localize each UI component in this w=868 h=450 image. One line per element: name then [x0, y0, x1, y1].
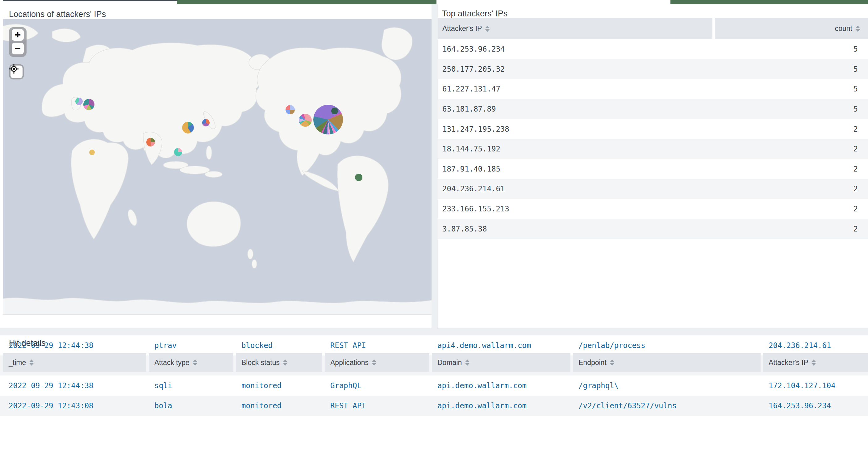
dot-brazil[interactable]	[355, 174, 362, 181]
zoom-out-button[interactable]: −	[12, 43, 24, 54]
attacker-ip-cell[interactable]: 63.181.87.89	[438, 105, 712, 113]
pie-us-south[interactable]	[299, 114, 312, 127]
table-row[interactable]: 187.91.40.1852	[438, 159, 868, 179]
zoom-in-button[interactable]: +	[12, 29, 24, 41]
green-chart-remnant-right	[671, 0, 868, 4]
column-label: Endpoint	[579, 359, 607, 367]
column-header-endpoint[interactable]: Endpoint	[573, 353, 761, 372]
scrolled-panel-remnant	[0, 0, 868, 4]
attacker-ip-cell[interactable]: 61.227.131.47	[438, 85, 712, 93]
count-cell[interactable]: 2	[712, 125, 868, 134]
top-attackers-panel: Top attackers' IPs Attacker's IP count 1…	[438, 4, 868, 328]
attacker-ip-cell[interactable]: 164.253.96.234	[438, 45, 712, 54]
table-row[interactable]: 2022-09-29 12:44:38ptravblockedREST APIa…	[0, 335, 868, 356]
table-row[interactable]: 61.227.131.475	[438, 79, 868, 99]
attacker-ip-cell[interactable]: 172.104.127.104	[763, 382, 868, 390]
sort-icon	[610, 360, 614, 366]
pie-uk[interactable]	[75, 98, 83, 105]
column-header--time[interactable]: _time	[3, 353, 146, 372]
endpoint-cell[interactable]: /penlab/process	[573, 341, 761, 350]
table-header: _timeAttack typeBlock statusApplications…	[0, 353, 868, 372]
sort-icon	[856, 26, 860, 32]
applications-cell[interactable]: REST API	[325, 401, 429, 410]
count-cell[interactable]: 5	[712, 65, 868, 74]
sort-icon	[29, 360, 34, 366]
attack-type-cell[interactable]: sqli	[149, 382, 234, 390]
table-row[interactable]: 2022-09-29 12:44:38sqlimonitoredGraphQLa…	[0, 375, 868, 396]
column-label: Domain	[437, 359, 462, 367]
count-cell[interactable]: 2	[712, 145, 868, 153]
attacker-ip-cell[interactable]: 187.91.40.185	[438, 165, 712, 173]
count-cell[interactable]: 5	[712, 85, 868, 93]
column-header-domain[interactable]: Domain	[432, 353, 570, 372]
sort-icon	[485, 26, 490, 32]
crosshair-icon	[10, 65, 23, 78]
count-cell[interactable]: 2	[712, 205, 868, 213]
attacker-ip-cell[interactable]: 204.236.214.61	[438, 185, 712, 193]
attacker-ip-cell[interactable]: 233.166.155.213	[438, 205, 712, 213]
attacker-ip-cell[interactable]: 131.247.195.238	[438, 125, 712, 134]
attacker-ip-cell[interactable]: 164.253.96.234	[763, 401, 868, 410]
domain-cell[interactable]: api4.demo.wallarm.com	[432, 341, 570, 350]
table-row[interactable]: 131.247.195.2382	[438, 119, 868, 139]
pie-us-east[interactable]	[313, 105, 343, 135]
table-row[interactable]: 250.177.205.325	[438, 59, 868, 79]
table-row[interactable]: 233.166.155.2132	[438, 199, 868, 219]
table-row[interactable]: 63.181.87.895	[438, 99, 868, 119]
count-cell[interactable]: 5	[712, 45, 868, 54]
column-header-attack-type[interactable]: Attack type	[149, 353, 234, 372]
count-cell[interactable]: 5	[712, 105, 868, 113]
count-cell[interactable]: 2	[712, 225, 868, 233]
count-cell[interactable]: 2	[712, 185, 868, 193]
table-row[interactable]: 18.144.75.1922	[438, 139, 868, 159]
block-status-cell[interactable]: monitored	[236, 382, 322, 390]
column-header-block-status[interactable]: Block status	[236, 353, 322, 372]
attacker-ip-cell[interactable]: 3.87.85.38	[438, 225, 712, 233]
column-header-applications[interactable]: Applications	[325, 353, 429, 372]
table-body: 2022-09-29 12:44:38ptravblockedREST APIa…	[0, 335, 868, 416]
green-chart-remnant-left	[177, 0, 436, 4]
pie-france[interactable]	[83, 99, 94, 110]
table-body: 164.253.96.2345250.177.205.32561.227.131…	[438, 39, 868, 239]
block-status-cell[interactable]: monitored	[236, 401, 322, 410]
column-label: count	[835, 24, 852, 33]
attack-type-cell[interactable]: bola	[149, 401, 234, 410]
dot-us-northeast[interactable]	[331, 108, 338, 114]
endpoint-cell[interactable]: /graphql\	[573, 382, 761, 390]
applications-cell[interactable]: GraphQL	[325, 382, 429, 390]
endpoint-cell[interactable]: /v2/client/63527/vulns	[573, 401, 761, 410]
column-header-count[interactable]: count	[715, 18, 868, 39]
locate-button[interactable]	[9, 64, 24, 79]
table-row[interactable]: 204.236.214.612	[438, 179, 868, 199]
table-row[interactable]: 164.253.96.2345	[438, 39, 868, 59]
column-label: Applications	[330, 359, 369, 367]
block-status-cell[interactable]: blocked	[236, 341, 322, 350]
table-header: Attacker's IP count	[438, 18, 868, 39]
time-cell[interactable]: 2022-09-29 12:44:38	[3, 382, 146, 390]
sort-icon	[283, 360, 287, 366]
map-zoom-control: + −	[9, 27, 27, 57]
time-cell[interactable]: 2022-09-29 12:43:08	[3, 401, 146, 410]
pie-west-africa[interactable]	[89, 149, 95, 155]
attacker-ip-cell[interactable]: 250.177.205.32	[438, 65, 712, 74]
pie-japan[interactable]	[202, 119, 210, 126]
attacker-ip-cell[interactable]: 18.144.75.192	[438, 145, 712, 153]
sort-icon	[465, 360, 469, 366]
domain-cell[interactable]: api.demo.wallarm.com	[432, 382, 570, 390]
column-header-attackers-ip[interactable]: Attacker's IP	[438, 18, 712, 39]
pie-china[interactable]	[182, 122, 194, 134]
pie-se-asia[interactable]	[174, 148, 182, 156]
applications-cell[interactable]: REST API	[325, 341, 429, 350]
column-header-attacker-s-ip[interactable]: Attacker's IP	[763, 353, 868, 372]
pie-india[interactable]	[146, 138, 155, 146]
panel-title: Hit details	[9, 338, 46, 348]
table-row[interactable]: 2022-09-29 12:43:08bolamonitoredREST API…	[0, 396, 868, 416]
attack-type-cell[interactable]: ptrav	[149, 341, 234, 350]
count-cell[interactable]: 2	[712, 165, 868, 173]
domain-cell[interactable]: api.demo.wallarm.com	[432, 401, 570, 410]
world-map[interactable]: + −	[3, 19, 432, 315]
attacker-ip-cell[interactable]: 204.236.214.61	[763, 341, 868, 350]
chart-axis-remnant	[3, 0, 177, 1]
pie-us-west[interactable]	[285, 105, 295, 114]
table-row[interactable]: 3.87.85.382	[438, 219, 868, 239]
